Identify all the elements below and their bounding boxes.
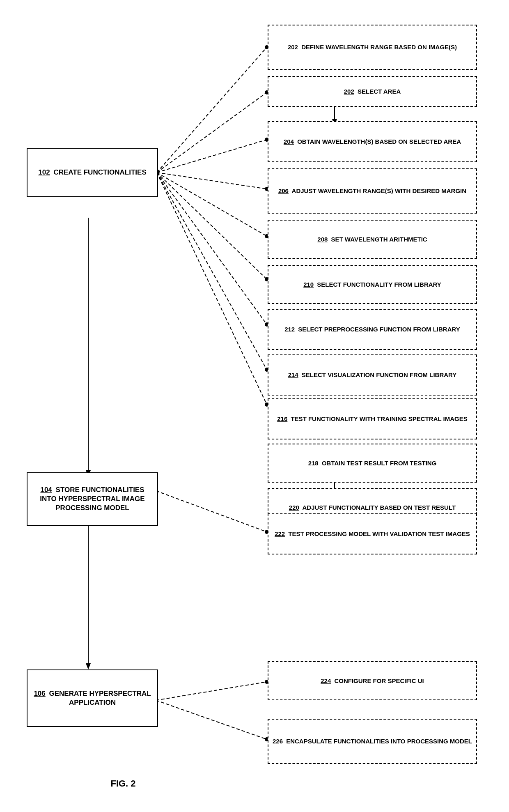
svg-line-17 xyxy=(157,173,267,189)
figure-label: FIG. 2 xyxy=(82,778,164,789)
box-222: 222 TEST PROCESSING MODEL WITH VALIDATIO… xyxy=(268,513,477,554)
svg-line-33 xyxy=(156,682,267,700)
box-206: 206 ADJUST WAVELENGTH RANGE(S) WITH DESI… xyxy=(268,168,477,214)
svg-line-15 xyxy=(157,140,267,173)
box-216: 216 TEST FUNCTIONALITY WITH TRAINING SPE… xyxy=(268,398,477,439)
svg-line-30 xyxy=(156,491,267,532)
svg-line-28 xyxy=(157,173,267,405)
svg-line-22 xyxy=(157,173,267,279)
box-226: 226 ENCAPSULATE FUNCTIONALITIES INTO PRO… xyxy=(268,719,477,764)
box-102: 102 CREATE FUNCTIONALITIES xyxy=(27,148,158,197)
box-202b: 202 SELECT AREA xyxy=(268,76,477,107)
box-224: 224 CONFIGURE FOR SPECIFIC UI xyxy=(268,661,477,700)
box-214: 214 SELECT VISUALIZATION FUNCTION FROM L… xyxy=(268,354,477,396)
box-218: 218 OBTAIN TEST RESULT FROM TESTING xyxy=(268,444,477,483)
svg-line-20 xyxy=(157,173,267,236)
box-212: 212 SELECT PREPROCESSING FUNCTION FROM L… xyxy=(268,309,477,350)
svg-line-10 xyxy=(157,47,267,173)
box-106: 106 GENERATE HYPERSPECTRAL APPLICATION xyxy=(27,669,158,727)
box-208: 208 SET WAVELENGTH ARITHMETIC xyxy=(268,220,477,259)
box-202a: 202 DEFINE WAVELENGTH RANGE BASED ON IMA… xyxy=(268,25,477,70)
svg-line-36 xyxy=(156,700,267,739)
svg-line-24 xyxy=(157,173,267,324)
svg-marker-3 xyxy=(86,663,91,669)
box-104: 104 STORE FUNCTIONALITIES INTO HYPERSPEC… xyxy=(27,472,158,526)
box-210: 210 SELECT FUNCTIONALITY FROM LIBRARY xyxy=(268,265,477,304)
svg-line-26 xyxy=(157,173,267,370)
diagram-container: 102 CREATE FUNCTIONALITIES 104 STORE FUN… xyxy=(0,0,509,812)
svg-line-13 xyxy=(157,92,267,173)
box-204: 204 OBTAIN WAVELENGTH(S) BASED ON SELECT… xyxy=(268,121,477,162)
